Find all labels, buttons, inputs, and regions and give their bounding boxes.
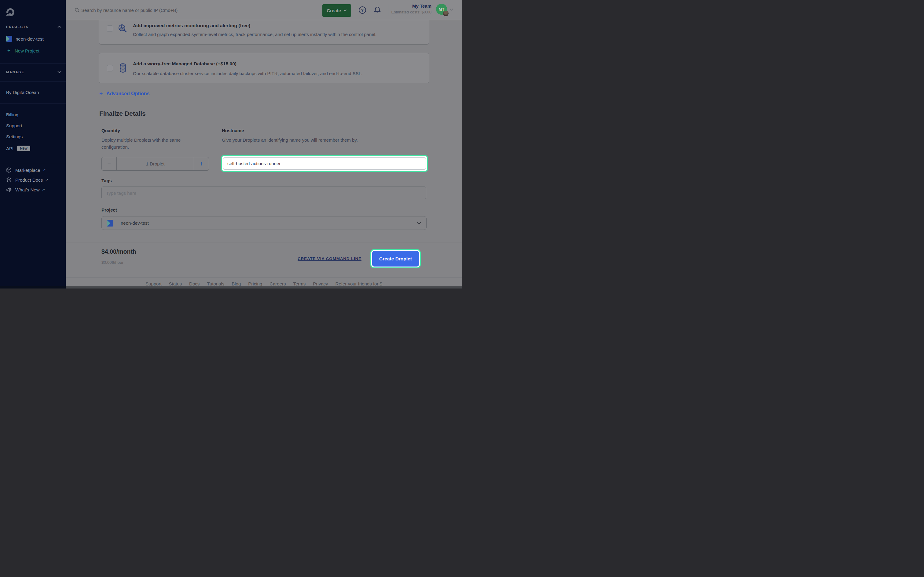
user-avatar-photo [443, 11, 449, 16]
hostname-description: Give your Droplets an identifying name y… [222, 137, 358, 143]
chevron-down-icon[interactable] [449, 8, 454, 11]
action-bar-divider [66, 242, 462, 242]
database-icon [119, 63, 126, 73]
bottom-edge-strip [0, 286, 462, 288]
digitalocean-logo[interactable] [6, 8, 15, 17]
chevron-down-icon [417, 222, 422, 224]
main-content: Add improved metrics monitoring and aler… [66, 20, 462, 288]
price-per-month: $4.00/month [102, 248, 136, 255]
managed-database-card: Add a worry-free Managed Database (+$15.… [99, 53, 429, 83]
help-icon[interactable]: ? [359, 6, 366, 14]
create-button[interactable]: Create [322, 4, 351, 17]
api-label: API [6, 146, 13, 151]
sidebar-link-product-docs[interactable]: Product Docs ↗ [6, 176, 61, 183]
metrics-card-title: Add improved metrics monitoring and aler… [133, 23, 250, 28]
footer-link-blog[interactable]: Blog [232, 281, 241, 286]
finalize-details-heading: Finalize Details [99, 110, 146, 117]
sidebar-item-settings[interactable]: Settings [6, 133, 61, 140]
droplet-create-page: PROJECTS neon-dev-test + New Project MAN… [0, 0, 462, 288]
chevron-down-icon [57, 71, 61, 73]
footer-link-careers[interactable]: Careers [270, 281, 286, 286]
estimated-costs: Estimated costs: $0.00 [391, 10, 431, 15]
advanced-options-toggle[interactable]: + Advanced Options [99, 90, 149, 97]
quantity-label: Quantity [102, 128, 120, 133]
sidebar-item-by-digitalocean[interactable]: By DigitalOcean [6, 89, 61, 95]
new-project-label: New Project [15, 48, 39, 53]
footer-link-support[interactable]: Support [145, 281, 162, 286]
metrics-card-description: Collect and graph expanded system-level … [133, 32, 376, 37]
sidebar-projects-header[interactable]: PROJECTS [6, 24, 61, 30]
topbar: Create ? My Team Estimated costs: $0.00 … [66, 0, 462, 20]
by-digitalocean-label: By DigitalOcean [6, 90, 39, 95]
whats-new-label: What's New [15, 187, 40, 192]
create-droplet-highlight-ring: Create Droplet [370, 249, 421, 268]
sidebar-new-project-button[interactable]: + New Project [7, 47, 61, 54]
projects-header-label: PROJECTS [6, 25, 29, 29]
topbar-divider [388, 4, 388, 16]
sidebar-manage-header[interactable]: MANAGE [6, 69, 61, 76]
project-name-label: neon-dev-test [16, 36, 44, 42]
megaphone-icon [6, 187, 11, 192]
avatar-initials: MT [439, 7, 444, 11]
price-per-hour: $0.006/hour [102, 260, 123, 265]
layers-icon [6, 177, 11, 182]
footer-link-terms[interactable]: Terms [293, 281, 306, 286]
footer-link-docs[interactable]: Docs [189, 281, 200, 286]
plus-icon: + [7, 48, 10, 54]
create-droplet-button[interactable]: Create Droplet [372, 251, 419, 266]
footer-link-pricing[interactable]: Pricing [248, 281, 262, 286]
search-input[interactable] [81, 5, 253, 15]
chevron-down-icon [343, 10, 347, 11]
sidebar-item-support[interactable]: Support [6, 122, 61, 129]
external-link-icon: ↗ [43, 168, 46, 172]
marketplace-box-icon [6, 167, 11, 173]
advanced-options-label: Advanced Options [106, 91, 149, 97]
sidebar-link-whats-new[interactable]: What's New ↗ [6, 186, 61, 193]
chevron-up-icon [57, 26, 61, 28]
settings-label: Settings [6, 134, 23, 139]
sidebar-item-api[interactable]: API New [6, 145, 61, 152]
project-icon [107, 220, 113, 227]
quantity-stepper: − 1 Droplet + [102, 157, 209, 171]
external-link-icon: ↗ [45, 178, 48, 182]
sidebar-item-project-neon-dev-test[interactable]: neon-dev-test [6, 35, 61, 42]
footer-links: Support Status Docs Tutorials Blog Prici… [66, 277, 462, 286]
project-select[interactable]: neon-dev-test [102, 216, 426, 230]
quantity-decrease-button[interactable]: − [102, 157, 117, 170]
sidebar-divider [0, 103, 66, 104]
account-menu[interactable]: My Team Estimated costs: $0.00 [391, 3, 431, 15]
quantity-value: 1 Droplet [117, 157, 194, 170]
new-badge: New [17, 146, 30, 151]
sidebar-item-billing[interactable]: Billing [6, 111, 61, 118]
tags-input[interactable] [102, 187, 426, 199]
product-docs-label: Product Docs [15, 177, 43, 182]
metrics-checkbox[interactable] [107, 25, 113, 32]
project-select-value: neon-dev-test [121, 221, 149, 226]
footer-link-refer[interactable]: Refer your friends for $ [336, 281, 382, 286]
notifications-bell-icon[interactable] [374, 6, 381, 14]
create-via-command-line-link[interactable]: CREATE VIA COMMAND LINE [297, 256, 362, 261]
manage-header-label: MANAGE [6, 70, 24, 74]
sidebar: PROJECTS neon-dev-test + New Project MAN… [0, 0, 66, 288]
project-label: Project [102, 207, 117, 213]
sidebar-divider [0, 81, 66, 82]
sidebar-divider [0, 163, 66, 163]
database-checkbox[interactable] [107, 65, 113, 71]
project-icon [6, 36, 12, 42]
hostname-label: Hostname [222, 128, 244, 133]
footer-link-privacy[interactable]: Privacy [313, 281, 328, 286]
sidebar-link-marketplace[interactable]: Marketplace ↗ [6, 167, 61, 173]
external-link-icon: ↗ [42, 187, 45, 192]
support-label: Support [6, 123, 22, 128]
quantity-increase-button[interactable]: + [194, 157, 209, 170]
create-button-label: Create [326, 8, 341, 13]
marketplace-label: Marketplace [15, 168, 40, 173]
footer-link-tutorials[interactable]: Tutorials [207, 281, 224, 286]
search-icon [74, 8, 80, 13]
billing-label: Billing [6, 112, 18, 117]
hostname-input[interactable] [223, 157, 426, 170]
hostname-highlight-ring [221, 155, 428, 172]
tags-label: Tags [102, 178, 112, 183]
team-name: My Team [391, 3, 431, 8]
footer-link-status[interactable]: Status [169, 281, 182, 286]
